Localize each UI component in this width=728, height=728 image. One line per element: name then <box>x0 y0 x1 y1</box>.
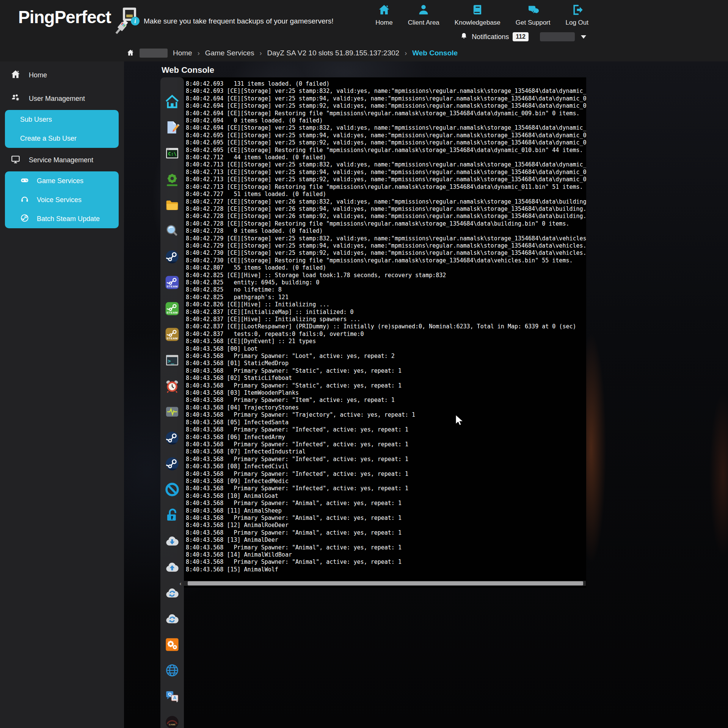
breadcrumb-redacted <box>140 49 168 58</box>
sidebar-item-label: Home <box>29 71 47 79</box>
globe-icon[interactable] <box>165 663 180 678</box>
scrollbar-track[interactable] <box>183 581 586 586</box>
dos-terminal-icon[interactable]: C:\ <box>165 146 180 161</box>
sidebar-item-label: Batch Steam Update <box>37 215 100 223</box>
sidebar-item-batch-steam-update[interactable]: Batch Steam Update <box>5 209 119 228</box>
ban-icon[interactable] <box>165 482 180 497</box>
breadcrumb: Home›Game Services›DayZ SA V2 10 slots 5… <box>127 49 458 58</box>
breadcrumb-separator: › <box>198 49 200 57</box>
sidebar-submenu-panel: Sub UsersCreate a Sub User <box>5 110 119 148</box>
console-icon-toolbar: C:\STEAMSTEAMSTEAM>_QAGAME <box>160 77 184 728</box>
steam-gold-icon[interactable]: STEAM <box>165 327 180 342</box>
svg-text:C:\: C:\ <box>168 151 176 157</box>
breadcrumb-item[interactable]: DayZ SA V2 10 slots 51.89.155.137:2302 <box>267 49 400 57</box>
steam-icon[interactable] <box>165 456 180 471</box>
folder-icon[interactable] <box>165 198 180 213</box>
sidebar-item-voice-services[interactable]: Voice Services <box>5 190 119 209</box>
notifications-row[interactable]: Notifications 112 <box>460 31 586 42</box>
bell-icon <box>460 32 468 42</box>
brand-logo: PingPerfect <box>18 7 137 41</box>
notice-text: Make sure you take frequent backups of y… <box>144 17 334 25</box>
backup-notice: i Make sure you take frequent backups of… <box>131 17 334 25</box>
svg-text:STEAM: STEAM <box>166 337 178 340</box>
sidebar-item-label: Sub Users <box>20 116 52 124</box>
breadcrumb-home-icon[interactable] <box>127 49 134 58</box>
gamepad-icon <box>20 176 29 187</box>
activity-monitor-icon[interactable] <box>165 404 180 419</box>
search-icon[interactable] <box>165 223 180 238</box>
cloud-sync-icon[interactable] <box>165 611 180 626</box>
breadcrumb-separator: › <box>260 49 262 57</box>
breadcrumb-item[interactable]: Home <box>173 49 192 57</box>
sidebar-item-game-services[interactable]: Game Services <box>5 171 119 190</box>
web-console-panel: 8:40:42.693 131 items loaded. (0 failed)… <box>177 77 586 588</box>
nav-client-area[interactable]: Client Area <box>408 4 439 27</box>
sidebar-item-label: Game Services <box>37 177 83 185</box>
username-redacted[interactable] <box>540 32 575 41</box>
chat-icon <box>527 4 539 17</box>
svg-text:Q: Q <box>168 692 171 697</box>
svg-text:A: A <box>173 695 176 700</box>
info-icon: i <box>131 17 140 25</box>
cloud-sync-icon[interactable] <box>165 585 180 601</box>
home-icon[interactable] <box>165 94 180 109</box>
person-icon <box>417 4 430 17</box>
book-icon <box>471 4 483 17</box>
console-log: 8:40:42.693 131 items loaded. (0 failed)… <box>186 80 586 573</box>
sidebar-submenu-panel: Game ServicesVoice ServicesBatch Steam U… <box>5 171 119 228</box>
users-gear-icon <box>11 93 20 105</box>
scrollbar-thumb[interactable] <box>188 581 583 585</box>
breadcrumb-item[interactable]: Web Console <box>412 49 458 57</box>
nav-label: Get Support <box>516 19 551 27</box>
steam-icon <box>20 213 29 224</box>
breadcrumb-separator: › <box>405 49 407 57</box>
notifications-count-badge[interactable]: 112 <box>513 32 529 41</box>
sidebar-item-label: Create a Sub User <box>20 135 77 143</box>
logout-icon <box>571 4 583 17</box>
unlock-icon[interactable] <box>165 508 180 523</box>
translate-icon[interactable]: QA <box>165 689 180 704</box>
sidebar-item-label: User Management <box>29 95 85 103</box>
game-logo-icon[interactable]: GAME <box>165 715 180 728</box>
svg-text:STEAM: STEAM <box>166 311 178 314</box>
horizontal-scrollbar[interactable]: ‹ <box>178 581 586 586</box>
sidebar-item-label: Service Management <box>29 156 93 164</box>
terminal-prompt-icon[interactable]: >_ <box>165 353 180 368</box>
gears-icon[interactable] <box>165 637 180 652</box>
steam-icon[interactable] <box>165 430 180 446</box>
cloud-upload-icon[interactable] <box>165 560 180 575</box>
nav-label: Knowledgebase <box>455 19 500 27</box>
brand-name: PingPerfect <box>18 7 111 27</box>
svg-text:GAME: GAME <box>169 723 176 726</box>
scroll-left-arrow-icon[interactable]: ‹ <box>178 581 183 586</box>
sidebar-item-user-management[interactable]: User Management <box>0 90 124 107</box>
file-edit-icon[interactable] <box>165 120 180 135</box>
nav-get-support[interactable]: Get Support <box>516 4 551 27</box>
nav-label: Log Out <box>566 19 589 27</box>
sidebar-item-home[interactable]: Home <box>0 67 124 83</box>
nav-knowledgebase[interactable]: Knowledgebase <box>455 4 500 27</box>
nav-label: Client Area <box>408 19 439 27</box>
home-icon <box>11 69 20 81</box>
breadcrumb-item[interactable]: Game Services <box>205 49 254 57</box>
steam-icon[interactable] <box>165 249 180 264</box>
nav-home[interactable]: Home <box>375 4 392 27</box>
headset-icon <box>20 195 29 206</box>
nav-log-out[interactable]: Log Out <box>566 4 589 27</box>
top-nav: Home Client Area Knowledgebase Get Suppo… <box>375 4 588 27</box>
cloud-download-icon[interactable] <box>165 533 180 549</box>
gear-icon[interactable] <box>165 172 180 187</box>
notifications-label[interactable]: Notifications <box>472 33 509 41</box>
alarm-clock-icon[interactable] <box>165 378 180 394</box>
sidebar: Home User ManagementSub UsersCreate a Su… <box>0 0 124 728</box>
sidebar-item-create-a-sub-user[interactable]: Create a Sub User <box>5 129 119 148</box>
sidebar-item-sub-users[interactable]: Sub Users <box>5 110 119 129</box>
home-icon <box>378 4 390 17</box>
svg-text:>_: >_ <box>168 358 174 364</box>
steam-blue-icon[interactable]: STEAM <box>165 275 180 290</box>
sidebar-item-service-management[interactable]: Service Management <box>0 152 124 168</box>
steam-green-icon[interactable]: STEAM <box>165 301 180 316</box>
svg-text:STEAM: STEAM <box>166 285 178 288</box>
chevron-down-icon[interactable] <box>581 35 586 39</box>
monitor-icon <box>11 154 20 166</box>
